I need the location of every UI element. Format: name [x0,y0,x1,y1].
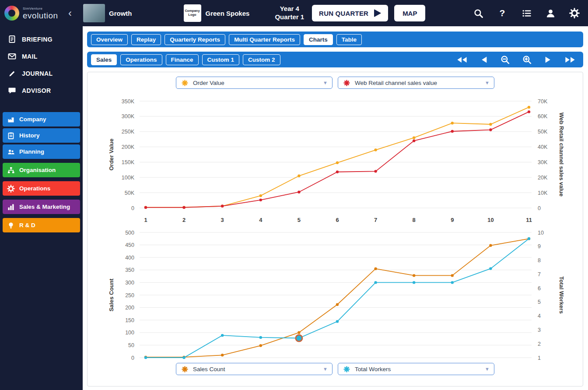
play-icon [374,9,381,17]
svg-text:20K: 20K [538,175,548,181]
order-value-series-dropdown[interactable]: Order Value ▼ [176,77,332,89]
tab-operations[interactable]: Operations [120,54,162,65]
sidebar-item-advisor[interactable]: ADVISOR [0,82,83,99]
tab-charts[interactable]: Charts [304,34,333,45]
svg-text:450: 450 [125,242,134,248]
svg-text:5: 5 [538,299,541,305]
playback-controls [456,55,576,65]
series-marker-icon [182,80,188,86]
svg-text:60K: 60K [538,113,548,119]
tab-finance[interactable]: Finance [166,54,199,65]
sidebar-item-history[interactable]: History [3,128,80,143]
svg-text:1: 1 [144,217,147,223]
settings-icon[interactable] [569,7,580,19]
sidebar-item-label: Planning [19,148,44,155]
tab-sales[interactable]: Sales [91,54,117,65]
brand-text: SimVenture evolution [23,7,58,20]
dropdown-label: Total Workers [355,366,480,372]
people-icon [7,148,15,156]
sidebar-item-rd[interactable]: R & D [3,218,80,232]
svg-text:250: 250 [125,292,134,299]
scenario-name: Growth [109,10,132,17]
svg-text:4: 4 [259,217,262,223]
tab-overview[interactable]: Overview [91,34,128,45]
run-quarter-button[interactable]: RUN QUARTER [312,5,388,21]
period-indicator: Year 4 Quarter 1 [275,5,304,21]
svg-text:50K: 50K [124,190,134,196]
sidebar-item-briefing[interactable]: BRIEFING [0,31,83,48]
svg-text:250K: 250K [121,129,134,135]
top-chart-series-selectors: Order Value ▼ Web Retail channel sales v… [88,72,583,91]
zoom-out-icon[interactable] [500,55,510,65]
scenario-image [83,4,105,22]
svg-text:4: 4 [538,313,541,319]
report-tabs-bar: Overview Replay Quarterly Reports Multi … [87,32,583,47]
sales-count-series-dropdown[interactable]: Sales Count ▼ [176,363,332,375]
fast-rewind-icon[interactable] [456,56,468,63]
zoom-in-icon[interactable] [522,55,532,65]
svg-text:5: 5 [297,217,300,223]
help-icon[interactable]: ? [497,7,508,19]
svg-text:7: 7 [374,217,377,223]
tab-table[interactable]: Table [336,34,362,45]
sidebar-item-label: Operations [19,185,50,192]
web-retail-series-dropdown[interactable]: Web Retail channel sales value ▼ [338,77,494,89]
bottom-chart-series-selectors: Sales Count ▼ Total Workers ▼ [88,362,583,379]
document-icon [8,35,16,43]
svg-text:10K: 10K [538,190,548,196]
total-workers-series-dropdown[interactable]: Total Workers ▼ [338,363,494,375]
svg-text:6: 6 [538,285,541,292]
tab-replay[interactable]: Replay [131,34,161,45]
collapse-sidebar-button[interactable]: ‹ [66,8,74,18]
tab-custom-1[interactable]: Custom 1 [202,54,240,65]
brand-large-label: evolution [23,11,58,20]
svg-text:Sales Count: Sales Count [108,278,115,312]
svg-text:150K: 150K [121,159,134,165]
rewind-icon[interactable] [480,56,488,63]
sidebar-item-mail[interactable]: MAIL [0,48,83,65]
svg-text:40K: 40K [538,144,548,150]
svg-text:Order Value: Order Value [108,139,115,171]
sales-count-chart[interactable]: 0501001502002503003504004505001234567891… [88,227,583,362]
svg-text:400: 400 [125,255,134,261]
gears-icon [7,185,15,193]
svg-text:150: 150 [125,317,134,323]
sidebar-item-journal[interactable]: JOURNAL [0,65,83,82]
order-value-chart[interactable]: 050K100K150K200K250K300K350K010K20K30K40… [88,91,583,227]
svg-text:3: 3 [220,217,224,223]
chevron-down-icon: ▼ [485,80,490,85]
map-button[interactable]: MAP [394,5,425,21]
sidebar-item-label: History [19,132,40,139]
tab-multi-quarter-reports[interactable]: Multi Quarter Reports [229,34,300,45]
sidebar-item-planning[interactable]: Planning [3,144,80,159]
svg-text:3: 3 [538,327,541,333]
play-icon[interactable] [544,56,553,63]
sidebar-item-sales-marketing[interactable]: Sales & Marketing [3,200,80,214]
tab-custom-2[interactable]: Custom 2 [243,54,280,65]
dropdown-label: Web Retail channel sales value [355,80,480,86]
svg-text:50K: 50K [538,129,548,135]
sidebar-item-organisation[interactable]: Organisation [3,163,80,177]
search-icon[interactable] [472,7,484,19]
sidebar-item-operations[interactable]: Operations [3,181,80,196]
sidebar-item-company[interactable]: Company [3,112,80,126]
svg-text:200: 200 [125,305,134,311]
svg-text:7: 7 [538,271,541,278]
svg-text:0: 0 [131,355,134,361]
svg-text:0: 0 [131,205,134,211]
company-block: Company Logo Green Spokes [184,4,250,22]
period-year: Year 4 [275,5,304,13]
user-icon[interactable] [545,7,556,19]
series-marker-icon [343,80,350,86]
top-icon-group: ? [472,7,580,19]
svg-text:100: 100 [125,330,134,336]
chevron-down-icon: ▼ [485,366,490,372]
series-marker-icon [343,366,350,372]
svg-text:500: 500 [125,230,134,236]
tab-quarterly-reports[interactable]: Quarterly Reports [164,34,225,45]
log-icon[interactable] [521,7,532,19]
dropdown-label: Order Value [193,80,318,86]
svg-text:100K: 100K [121,175,134,181]
fast-forward-icon[interactable] [564,56,576,63]
main-content: Overview Replay Quarterly Reports Multi … [83,26,588,390]
